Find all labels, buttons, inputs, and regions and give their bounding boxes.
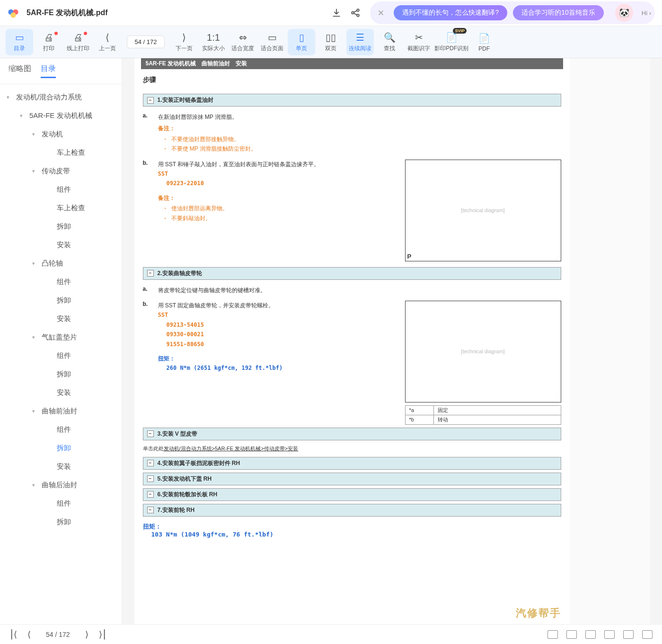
download-icon[interactable] bbox=[331, 8, 342, 18]
toc-item[interactable]: ▾传动皮带 bbox=[0, 162, 122, 180]
toc-item[interactable]: 车上检查 bbox=[0, 143, 122, 162]
section-6[interactable]: −6.安装前轮毂加长板 RH bbox=[143, 488, 561, 501]
tool-search[interactable]: 🔍查找 bbox=[376, 29, 403, 55]
cross-link[interactable]: 发动机/混合动力系统>5AR-FE 发动机机械>传动皮带>安装 bbox=[164, 446, 299, 451]
toc-item[interactable]: 车上检查 bbox=[0, 199, 122, 217]
tool-screenshot[interactable]: ✂截图识字 bbox=[405, 29, 433, 55]
page-input[interactable]: 54 / 172 bbox=[127, 36, 165, 48]
tool-print[interactable]: 🖨打印 bbox=[35, 29, 62, 55]
toc-item[interactable]: 组件 bbox=[0, 347, 122, 365]
sidebar: 缩略图 目录 ▾发动机/混合动力系统▾5AR-FE 发动机机械▾发动机车上检查▾… bbox=[0, 58, 122, 624]
collapse-icon[interactable]: − bbox=[147, 97, 154, 104]
pdf-page: 5AR-FE 发动机机械 曲轴前油封 安装 步骤 −1.安装正时链条盖油封 a.… bbox=[134, 58, 570, 624]
promo-strip: 遇到不懂的长句，怎么快速翻译? 适合学习听的10首纯音乐 🐼 Hi › bbox=[370, 1, 655, 24]
toc-item[interactable]: 拆卸 bbox=[0, 513, 122, 531]
tool-fit-width[interactable]: ⇔适合宽度 bbox=[229, 29, 256, 55]
next-icon[interactable]: ⟩ bbox=[85, 629, 88, 640]
view-single-icon[interactable] bbox=[547, 630, 558, 639]
toc-item[interactable]: 组件 bbox=[0, 180, 122, 199]
section-4[interactable]: −4.安装前翼子板挡泥板密封件 RH bbox=[143, 457, 561, 470]
page-indicator: 54 / 172 bbox=[46, 631, 70, 638]
diagram-2: [technical diagram] bbox=[405, 301, 561, 402]
toc-item[interactable]: 安装 bbox=[0, 310, 122, 328]
tab-toc[interactable]: 目录 bbox=[41, 64, 56, 78]
toc-item[interactable]: 拆卸 bbox=[0, 439, 122, 457]
collapse-icon[interactable]: − bbox=[147, 430, 154, 437]
topbar: 5AR-FE 发动机机械.pdf 遇到不懂的长句，怎么快速翻译? 适合学习听的1… bbox=[0, 0, 662, 26]
first-page-icon[interactable]: ⎮⟨ bbox=[9, 629, 17, 640]
promo-pill-2[interactable]: 适合学习听的10首纯音乐 bbox=[513, 5, 604, 20]
toc-item[interactable]: ▾气缸盖垫片 bbox=[0, 328, 122, 347]
last-page-icon[interactable]: ⟩⎮ bbox=[99, 629, 106, 640]
view-cont-icon[interactable] bbox=[585, 630, 596, 639]
tool-single-page[interactable]: ▯单页 bbox=[288, 29, 315, 55]
view-ratio-icon[interactable] bbox=[604, 630, 615, 639]
toc-item[interactable]: ▾发动机/混合动力系统 bbox=[0, 88, 122, 107]
share-icon[interactable] bbox=[350, 8, 361, 18]
section-3[interactable]: −3.安装 V 型皮带 bbox=[143, 428, 561, 440]
hi-label[interactable]: Hi › bbox=[642, 9, 651, 17]
tool-prev-page[interactable]: ⟨上一页 bbox=[94, 29, 121, 55]
section-2[interactable]: −2.安装曲轴皮带轮 bbox=[143, 267, 561, 280]
toc-item[interactable]: 拆卸 bbox=[0, 217, 122, 236]
view-double-icon[interactable] bbox=[566, 630, 577, 639]
toc-item[interactable]: ▾曲轴前油封 bbox=[0, 402, 122, 420]
promo-pill-1[interactable]: 遇到不懂的长句，怎么快速翻译? bbox=[394, 5, 507, 20]
steps-title: 步骤 bbox=[134, 69, 570, 91]
tool-continuous[interactable]: ☰连续阅读 bbox=[346, 29, 374, 55]
toc-item[interactable]: ▾5AR-FE 发动机机械 bbox=[0, 107, 122, 125]
toc-item[interactable]: 组件 bbox=[0, 494, 122, 513]
tool-fit-page[interactable]: ▭适合页面 bbox=[258, 29, 286, 55]
toc-item[interactable]: ▾曲轴后油封 bbox=[0, 476, 122, 494]
toc-item[interactable]: 安装 bbox=[0, 457, 122, 476]
toc-item[interactable]: 拆卸 bbox=[0, 365, 122, 384]
collapse-icon[interactable]: − bbox=[147, 491, 154, 498]
view-width-icon[interactable] bbox=[623, 630, 634, 639]
toc-item[interactable]: ▾发动机 bbox=[0, 125, 122, 143]
content-area: 5AR-FE 发动机机械 曲轴前油封 安装 步骤 −1.安装正时链条盖油封 a.… bbox=[122, 58, 662, 624]
toc-item[interactable]: 安装 bbox=[0, 384, 122, 402]
toc-item[interactable]: 拆卸 bbox=[0, 291, 122, 310]
tool-pdf[interactable]: 📄PDF bbox=[470, 29, 498, 55]
toc-item[interactable]: 组件 bbox=[0, 273, 122, 291]
section-1[interactable]: −1.安装正时链条盖油封 bbox=[143, 94, 561, 107]
section-5[interactable]: −5.安装发动机下盖 RH bbox=[143, 473, 561, 485]
section-7[interactable]: −7.安装前轮 RH bbox=[143, 504, 561, 517]
collapse-icon[interactable]: − bbox=[147, 460, 154, 466]
tool-ocr[interactable]: SVIP📄影印PDF识别 bbox=[434, 29, 468, 55]
toc-item[interactable]: 安装 bbox=[0, 236, 122, 254]
watermark: 汽修帮手 bbox=[507, 602, 570, 624]
prev-icon[interactable]: ⟨ bbox=[27, 629, 31, 640]
toc-list: ▾发动机/混合动力系统▾5AR-FE 发动机机械▾发动机车上检查▾传动皮带组件车… bbox=[0, 84, 122, 624]
collapse-icon[interactable]: − bbox=[147, 475, 154, 482]
tool-online-print[interactable]: 🖨线上打印 bbox=[64, 29, 92, 55]
tool-actual-size[interactable]: 1:1实际大小 bbox=[200, 29, 227, 55]
app-logo bbox=[7, 7, 19, 19]
legend-table: *a固定 *b转动 bbox=[405, 405, 561, 425]
doc-header: 5AR-FE 发动机机械 曲轴前油封 安装 bbox=[141, 58, 563, 69]
bottombar: ⎮⟨ ⟨ 54 / 172 ⟩ ⟩⎮ bbox=[0, 624, 662, 644]
toc-item[interactable]: ▾凸轮轴 bbox=[0, 254, 122, 273]
tool-double-page[interactable]: ▯▯双页 bbox=[317, 29, 344, 55]
toolbar: ▭目录 🖨打印 🖨线上打印 ⟨上一页 54 / 172 ⟩下一页 1:1实际大小… bbox=[0, 26, 662, 58]
diagram-1: [technical diagram]P bbox=[405, 160, 561, 261]
tool-next-page[interactable]: ⟩下一页 bbox=[170, 29, 198, 55]
tab-thumbnail[interactable]: 缩略图 bbox=[9, 64, 31, 78]
close-icon[interactable] bbox=[377, 9, 385, 17]
svg-point-2 bbox=[10, 12, 16, 18]
avatar[interactable]: 🐼 bbox=[615, 4, 633, 22]
view-page-icon[interactable] bbox=[642, 630, 653, 639]
collapse-icon[interactable]: − bbox=[147, 507, 154, 513]
collapse-icon[interactable]: − bbox=[147, 270, 154, 277]
tool-catalog[interactable]: ▭目录 bbox=[6, 29, 33, 55]
toc-item[interactable]: 组件 bbox=[0, 420, 122, 439]
filename: 5AR-FE 发动机机械.pdf bbox=[26, 8, 331, 18]
